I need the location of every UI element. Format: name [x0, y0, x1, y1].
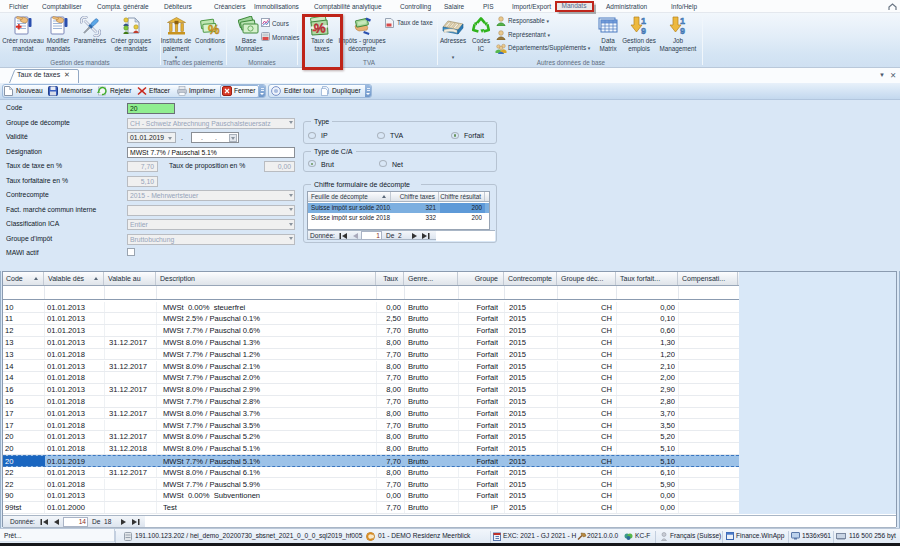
svg-text:9: 9 — [641, 26, 646, 36]
svg-text:%: % — [208, 22, 220, 36]
svg-text:1: 1 — [641, 16, 646, 26]
svg-text:1: 1 — [680, 16, 685, 26]
svg-text:9: 9 — [680, 26, 685, 36]
